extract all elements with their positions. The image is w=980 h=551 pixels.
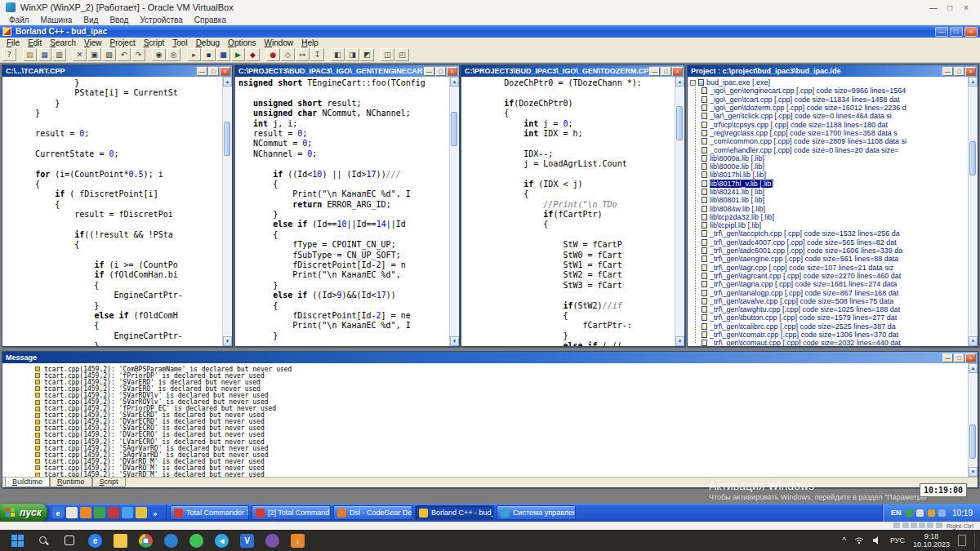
project-tree[interactable]: -bud_ipac.exe [.exe]_igo\_gen\tenginecar… — [688, 77, 968, 346]
scroll-thumb[interactable] — [451, 112, 457, 146]
quick-launch-ie-icon[interactable]: e — [52, 507, 64, 518]
ide-menu-item-window[interactable]: Window — [261, 38, 298, 47]
minimize-button[interactable]: — — [424, 67, 434, 76]
project-tree-item[interactable]: lib\80801.lib [.lib] — [690, 196, 968, 204]
scroll-down-icon[interactable]: ▼ — [450, 336, 459, 346]
minimize-button[interactable]: — — [942, 67, 953, 76]
window-titlebar[interactable]: C:\PROJECT3\BUD_IPAC3\_IGO\_GEN\TENGINEC… — [235, 65, 459, 77]
project-tree-item[interactable]: _trf\_gen\tagr.cpp [.cpp] code size=107 … — [690, 264, 968, 272]
help-button[interactable]: ? — [2, 48, 16, 61]
host-search-button[interactable] — [36, 533, 51, 548]
vertical-scrollbar[interactable]: ▲ ▼ — [968, 77, 978, 346]
scroll-up-icon[interactable]: ▲ — [223, 77, 232, 87]
taskbar-task[interactable]: Total Commander 7.5... — [170, 505, 249, 520]
tray-network-icon[interactable] — [928, 509, 935, 517]
status-net-icon[interactable] — [911, 522, 917, 528]
host-start-button[interactable] — [10, 533, 24, 548]
save-button[interactable]: ▦ — [38, 48, 51, 61]
ide-menu-item-file[interactable]: File — [2, 38, 24, 47]
close-button[interactable]: × — [965, 67, 976, 76]
ide-menu-item-search[interactable]: Search — [46, 38, 80, 47]
scroll-thumb[interactable] — [969, 141, 976, 176]
print-button[interactable]: ▥ — [52, 48, 66, 61]
defender-icon[interactable] — [164, 534, 178, 548]
ide-menu-item-script[interactable]: Script — [140, 38, 169, 47]
host-maximize-button[interactable]: □ — [942, 3, 958, 12]
scroll-down-icon[interactable]: ▼ — [969, 467, 978, 477]
project-root-item[interactable]: -bud_ipac.exe [.exe] — [690, 78, 968, 87]
vertical-scrollbar[interactable]: ▲ ▼ — [675, 77, 684, 346]
compile-button[interactable]: ▸ — [187, 48, 201, 61]
scroll-up-icon[interactable]: ▲ — [675, 77, 684, 87]
project-tree-item[interactable]: _com\common.cpp [.cpp] code size=2809 li… — [690, 137, 968, 145]
project-tree-item[interactable]: _trf\_gen\tcomaut.cpp [.cpp] code size=2… — [690, 339, 968, 346]
project-tree-item[interactable]: _trf\_gen\tavalve.cpp [.cpp] code size=5… — [690, 297, 968, 305]
step-into-button[interactable]: ↧ — [310, 48, 324, 61]
vbox-menu-item[interactable]: Устройства — [134, 16, 188, 24]
redo-button[interactable]: ↷ — [131, 48, 145, 61]
download-icon[interactable]: ↓ — [291, 534, 305, 548]
project-tree-item[interactable]: _trf\_gen\tadc4007.cpp [.cpp] code size=… — [690, 238, 968, 247]
make-button[interactable]: ▪ — [202, 48, 216, 61]
maximize-button[interactable]: □ — [208, 67, 219, 76]
project-tree-item[interactable]: _trf\_gen\tadc6001.cpp [.cpp] code size=… — [690, 247, 968, 255]
task-view-button[interactable] — [62, 533, 77, 548]
start-button[interactable]: пуск — [0, 504, 47, 522]
build-button[interactable]: ■ — [216, 48, 230, 61]
open-file-button[interactable]: ▤ — [23, 48, 37, 61]
minimize-button[interactable]: — — [649, 67, 660, 76]
close-button[interactable]: × — [220, 67, 230, 76]
tray-vm-icon[interactable] — [938, 509, 946, 517]
project-tree-item[interactable]: _trf\_gen\tagria.cpp [.cpp] code size=16… — [690, 280, 968, 288]
virtualbox-icon[interactable]: V — [240, 534, 254, 548]
host-clock[interactable]: 9:18 10.10.2023 — [913, 532, 950, 549]
project-tree-item[interactable]: _trf\_gen\tbutton.cpp [.cpp] code size=1… — [690, 313, 968, 322]
project-tree-item[interactable]: lib\8000a.lib [.lib] — [690, 154, 968, 162]
ide-minimize-button[interactable]: — — [935, 27, 948, 37]
vertical-scrollbar[interactable]: ▲ ▼ — [222, 77, 232, 346]
close-button[interactable]: × — [965, 353, 976, 362]
debug-button[interactable]: ◆ — [246, 48, 260, 61]
tab-script[interactable]: Script — [92, 478, 126, 487]
window-titlebar[interactable]: C:\...\TCART.CPP — □ × — [2, 65, 232, 77]
project-tree-item[interactable]: lib\tcpipl.lib [.lib] — [690, 221, 968, 229]
chrome-icon[interactable] — [139, 534, 153, 548]
ide-maximize-button[interactable]: □ — [950, 27, 963, 37]
taskbar-task[interactable]: Система управлен... — [497, 505, 576, 520]
project-tree-item[interactable]: lib\8084w.lib [.lib] — [690, 204, 968, 212]
whatsapp-icon[interactable] — [189, 534, 203, 548]
ide-close-button[interactable]: × — [964, 27, 978, 37]
project-tree-item[interactable]: _igo\_gen\tdozerm.cpp [.cpp] code size=1… — [690, 104, 968, 112]
cut-button[interactable]: ✕ — [73, 48, 87, 61]
vbox-menu-item[interactable]: Справка — [189, 16, 232, 24]
window-titlebar[interactable]: C:\PROJECT3\BUD_IPAC3\_IGO\_GEN\TDOZERM.… — [461, 65, 684, 77]
project-tree-item[interactable]: _reg\regclass.cpp [.cpp] code size=1700 … — [690, 129, 968, 137]
vbox-menu-item[interactable]: Вид — [78, 16, 104, 24]
quick-launch-icon[interactable] — [136, 507, 147, 518]
status-hdd-icon[interactable] — [893, 522, 900, 528]
quick-launch-icon[interactable] — [122, 507, 133, 518]
project-tree-item[interactable]: _igo\_gen\tcart.cpp [.cpp] code size=118… — [690, 96, 968, 104]
scroll-up-icon[interactable]: ▲ — [969, 77, 978, 87]
window-titlebar[interactable]: Project : c:\project\bud_ipac3\bud_ipac.… — [688, 65, 978, 77]
vbox-menu-item[interactable]: Ввод — [104, 16, 134, 24]
project-view-button[interactable]: ◧ — [331, 48, 345, 61]
ide-menu-item-project[interactable]: Project — [106, 38, 140, 47]
ide-menu-item-debug[interactable]: Debug — [192, 38, 224, 47]
status-cd-icon[interactable] — [902, 522, 909, 528]
code-editor[interactable]: nsigned short TEngineCart::foo(TConfig u… — [235, 77, 449, 346]
paste-button[interactable]: ▧ — [102, 48, 116, 61]
ide-titlebar[interactable]: Borland C++ - bud_ipac — □ × — [0, 25, 980, 38]
cascade-windows-button[interactable]: ◫ — [381, 48, 394, 61]
watch-button[interactable]: ◇ — [281, 48, 295, 61]
host-minimize-button[interactable]: — — [925, 3, 942, 12]
tray-volume-icon[interactable] — [916, 509, 924, 517]
scroll-down-icon[interactable]: ▼ — [223, 336, 232, 346]
tile-windows-button[interactable]: ◰ — [395, 48, 409, 61]
project-tree-item[interactable]: lib\8017hl_v.lib [.lib] — [690, 180, 968, 188]
find-next-button[interactable]: ◎ — [167, 48, 180, 61]
breakpoint-button[interactable]: ● — [266, 48, 280, 61]
message-list[interactable]: tcart.cpp(1459,2): 'ComBPSParamName' is … — [2, 363, 968, 477]
volume-icon[interactable] — [872, 536, 882, 544]
project-tree-item[interactable]: _igo\_gen\tenginecart.cpp [.cpp] code si… — [690, 87, 968, 95]
